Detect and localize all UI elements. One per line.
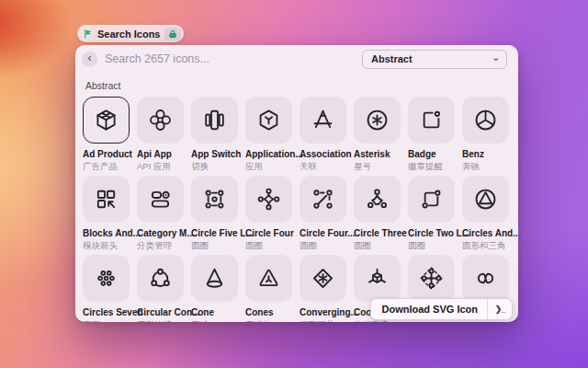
icon-tile[interactable] (191, 255, 238, 302)
window-title: Search Icons (97, 29, 160, 40)
api-app-icon (147, 107, 174, 133)
icon-grid-item: Cone圆锥 (191, 255, 238, 322)
icon-name: Cone (191, 306, 238, 318)
icon-name: Asterisk (354, 148, 401, 160)
icon-tile[interactable] (462, 255, 509, 302)
icon-name: Circle Four (245, 227, 292, 239)
icon-search-window: ‹ Search 2657 icons... Abstract ⌄ Abstra… (75, 45, 518, 322)
icon-tile[interactable] (300, 97, 346, 144)
icon-tile[interactable] (300, 176, 346, 223)
category-dropdown-value: Abstract (371, 53, 413, 64)
chevron-left-icon: ‹ (88, 52, 92, 63)
icon-tile[interactable] (245, 97, 292, 144)
cones-icon (255, 265, 282, 292)
icon-tile[interactable] (354, 255, 401, 302)
icon-grid-item: Api AppAPI 应用 (137, 97, 184, 172)
icon-tile[interactable] (191, 176, 238, 223)
application-icon (255, 107, 282, 133)
icon-name-zh: 圆锥体 (245, 319, 292, 322)
icon-tile[interactable] (408, 176, 455, 223)
circle-two-line-icon (418, 186, 445, 213)
circles-seven-icon (93, 265, 119, 292)
icon-grid-item: Association关联 (300, 97, 346, 172)
badge-icon (418, 107, 445, 133)
icon-name-zh: 分类管理 (137, 240, 184, 251)
circle-five-line-icon (201, 186, 228, 213)
icon-grid-item: Cones圆锥体 (245, 255, 292, 322)
icon-name: Circle Four... (300, 227, 346, 239)
converging-gateway-icon (310, 265, 336, 292)
icon-name-zh: 圆形和三角 (462, 240, 509, 251)
cross-ring-icon (418, 265, 445, 292)
icon-tile[interactable] (408, 97, 455, 144)
icon-name-zh: 圆锥 (191, 319, 238, 322)
search-input[interactable]: Search 2657 icons... (105, 52, 355, 65)
icon-name-zh: 圆圈 (191, 240, 238, 251)
circle-three-icon (364, 186, 390, 213)
icon-name: Circles And... (462, 227, 509, 239)
icon-tile[interactable] (137, 176, 184, 223)
icon-tile[interactable] (137, 255, 184, 302)
lock-badge[interactable] (164, 28, 181, 40)
icon-name: Cones (245, 306, 292, 318)
icon-grid-item: Circles And...圆形和三角 (462, 176, 509, 251)
icon-tile[interactable] (354, 176, 401, 223)
icon-name-zh: 切换 (191, 161, 238, 172)
icon-name: Benz (462, 148, 509, 160)
circle-four-line-icon (310, 186, 336, 213)
icon-name-zh: 圆圈 (83, 319, 130, 322)
icon-tile[interactable] (462, 176, 509, 223)
blocks-and-arrows-icon (93, 186, 119, 213)
icon-tile[interactable] (245, 176, 292, 223)
icon-tile[interactable] (83, 97, 130, 144)
icon-name-zh: 徽章提醒 (408, 161, 455, 172)
icon-tile[interactable] (462, 97, 509, 144)
icon-grid-item: Circle Five L...圆圈 (191, 176, 238, 251)
lock-icon (168, 29, 177, 39)
window-header: ‹ Search 2657 icons... Abstract ⌄ (75, 45, 518, 71)
app-switch-icon (201, 107, 228, 133)
icon-grid: Ad Product广告产品Api AppAPI 应用App Switch切换A… (83, 97, 509, 322)
download-button-label: Download SVG Icon (381, 304, 478, 315)
icon-name-zh: 圆圈 (354, 240, 401, 251)
icon-grid-item: Blocks And...模块箭头 (83, 176, 130, 251)
icon-tile[interactable] (354, 97, 401, 144)
window-title-pill[interactable]: Search Icons (77, 25, 184, 42)
download-svg-button[interactable]: Download SVG Icon ❯_ (370, 298, 513, 320)
category-dropdown[interactable]: Abstract ⌄ (362, 50, 507, 69)
icon-name-zh: 奔驰 (462, 161, 509, 172)
icon-grid-item: Circular Con...圆形连接 (137, 255, 184, 322)
icon-tile[interactable] (408, 255, 455, 302)
icon-name: Circle Two L... (408, 227, 455, 239)
icon-name: Api App (137, 148, 184, 160)
icon-name: Association (300, 148, 346, 160)
icon-tile[interactable] (83, 176, 130, 223)
icon-grid-item: Benz奔驰 (462, 97, 509, 172)
results-area: Abstract Ad Product广告产品Api AppAPI 应用App … (75, 80, 518, 322)
icon-name-zh: API 应用 (137, 161, 184, 172)
mobius-ring-icon (472, 265, 499, 292)
category-management-icon (147, 186, 174, 213)
icon-grid-item: Circle Two L...圆圈 (408, 176, 455, 251)
circular-connection-icon (147, 265, 174, 292)
asterisk-icon (364, 107, 390, 133)
icon-tile[interactable] (83, 255, 130, 302)
section-label: Abstract (85, 80, 509, 92)
back-button[interactable]: ‹ (82, 52, 97, 67)
icon-tile[interactable] (137, 97, 184, 144)
icon-name-zh: 圆形连接 (137, 319, 184, 322)
icon-tile[interactable] (300, 255, 346, 302)
icon-grid-item: Application...应用 (245, 97, 292, 172)
icon-name: Ad Product (83, 148, 130, 160)
icon-tile[interactable] (245, 255, 292, 302)
ad-product-icon (93, 107, 119, 133)
icon-name: Application... (245, 148, 292, 160)
icon-name: Circles Seven (83, 306, 130, 318)
icon-name-zh: 星号 (354, 161, 401, 172)
icon-name: Category M... (137, 227, 184, 239)
icon-grid-item: Circles Seven圆圈 (83, 255, 130, 322)
icon-tile[interactable] (191, 97, 238, 144)
icon-name-zh: 圆圈 (300, 240, 346, 251)
app-flag-icon (84, 29, 93, 39)
cone-icon (201, 265, 228, 292)
